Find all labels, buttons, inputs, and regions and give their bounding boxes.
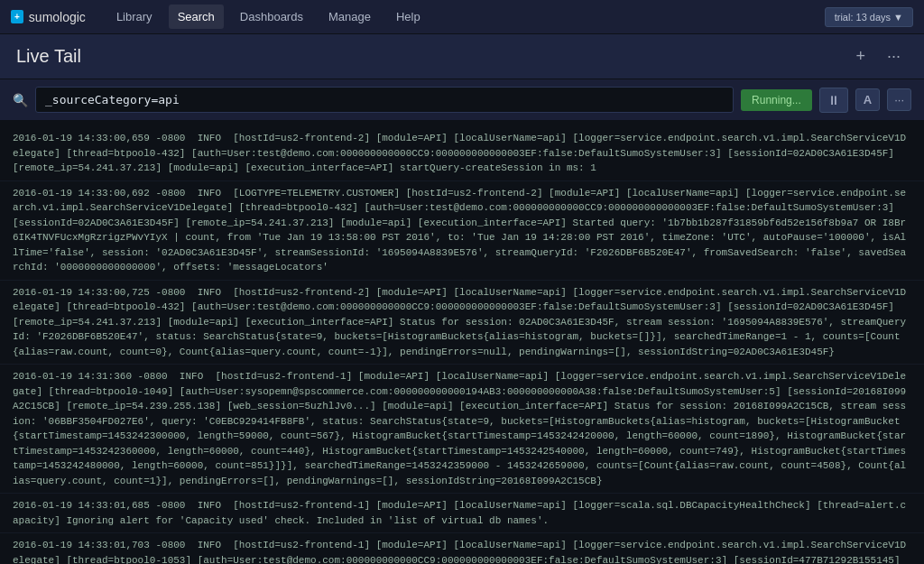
search-more-button[interactable]: ··· [887, 88, 911, 111]
logo-text: sumologic [29, 10, 86, 24]
search-input[interactable] [35, 87, 734, 113]
user-menu-button[interactable]: trial: 13 days ▼ [825, 7, 913, 27]
log-entry: 2016-01-19 14:33:00,692 -0800 INFO [LOGT… [0, 181, 924, 281]
pause-button[interactable]: ⏸ [819, 88, 848, 113]
log-entry: 2016-01-19 14:31:360 -0800 INFO [hostId=… [0, 365, 924, 494]
page-title: Live Tail [16, 46, 848, 67]
log-entry: 2016-01-19 14:33:01,685 -0800 INFO [host… [0, 494, 924, 533]
running-status-button[interactable]: Running... [741, 89, 812, 111]
log-entry: 2016-01-19 14:33:00,725 -0800 INFO [host… [0, 281, 924, 365]
nav-search[interactable]: Search [169, 5, 224, 29]
top-nav: + sumologic Library Search Dashboards Ma… [0, 0, 924, 34]
search-bar-container: 🔍 Running... ⏸ A ··· [0, 79, 924, 121]
log-entry: 2016-01-19 14:33:00,659 -0800 INFO [host… [0, 126, 924, 181]
text-format-button[interactable]: A [855, 88, 880, 111]
search-icon: 🔍 [13, 93, 28, 107]
logo-icon: + [11, 10, 23, 23]
header-actions: + ··· [848, 43, 908, 69]
nav-dashboards[interactable]: Dashboards [231, 5, 312, 29]
add-livetail-button[interactable]: + [848, 43, 873, 69]
page-header: Live Tail + ··· [0, 34, 924, 79]
log-container: 2016-01-19 14:33:00,659 -0800 INFO [host… [0, 121, 924, 564]
logo-area: + sumologic [11, 10, 86, 24]
nav-help[interactable]: Help [387, 5, 430, 29]
livetail-more-button[interactable]: ··· [880, 43, 908, 69]
log-entry: 2016-01-19 14:33:01,703 -0800 INFO [host… [0, 533, 924, 564]
nav-manage[interactable]: Manage [319, 5, 380, 29]
nav-library[interactable]: Library [107, 5, 162, 29]
